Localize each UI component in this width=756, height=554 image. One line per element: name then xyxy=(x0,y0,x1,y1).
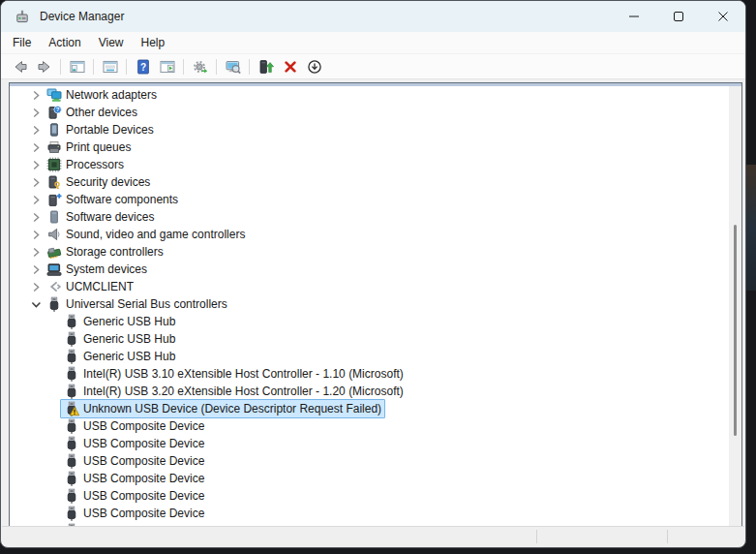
tree-item-storage-controllers[interactable]: Storage controllers xyxy=(10,243,741,261)
tree-item-processors[interactable]: Processors xyxy=(10,156,741,173)
tree-item-generic-usb-hub[interactable]: Generic USB Hub xyxy=(10,313,741,330)
tree-item-usb-composite-device[interactable]: USB Composite Device xyxy=(10,505,741,522)
tree-item-other-devices[interactable]: ?Other devices xyxy=(10,104,741,121)
tree-item-portable-devices[interactable]: Portable Devices xyxy=(10,121,741,138)
maximize-button[interactable] xyxy=(656,1,701,32)
back-button[interactable] xyxy=(9,56,31,77)
chevron-spacer xyxy=(47,333,59,345)
tree-item-label: USB Composite Device xyxy=(83,507,204,520)
tree-item-network-adapters[interactable]: Network adapters xyxy=(10,86,741,104)
tree-item-label: UCMCLIENT xyxy=(66,280,134,293)
tree-item-label: USB Composite Device xyxy=(83,419,204,433)
tree-item-print-queues[interactable]: Print queues xyxy=(10,138,741,156)
chevron-spacer xyxy=(47,316,59,327)
chevron-right-icon[interactable] xyxy=(30,107,42,118)
scan-for-hardware-changes-button[interactable] xyxy=(189,56,211,77)
forward-button[interactable] xyxy=(33,56,55,77)
chevron-right-icon[interactable] xyxy=(30,141,42,153)
tree-item-content: Unknown USB Device (Device Descriptor Re… xyxy=(60,399,385,418)
title-bar[interactable]: Device Manager xyxy=(1,1,745,32)
menu-action[interactable]: Action xyxy=(40,33,89,52)
close-button[interactable] xyxy=(701,1,745,32)
tree-item-software-devices[interactable]: Software devices xyxy=(10,208,741,226)
tree-item-intel-r-usb-3-10-extensible-host-controller-1-10-microsoft[interactable]: Intel(R) USB 3.10 eXtensible Host Contro… xyxy=(10,365,741,383)
chevron-spacer xyxy=(47,385,59,397)
tree-item-usb-composite-device[interactable]: USB Composite Device xyxy=(10,452,741,470)
tree-item-sound-video-and-game-controllers[interactable]: Sound, video and game controllers xyxy=(10,226,741,243)
svg-text:?: ? xyxy=(56,107,60,112)
properties-icon xyxy=(103,59,118,75)
tree-item-label: Software components xyxy=(66,193,178,206)
chevron-spacer xyxy=(47,420,59,432)
chevron-right-icon[interactable] xyxy=(30,263,42,275)
show-console-tree-button[interactable] xyxy=(66,56,88,77)
tree-item-usb-composite-device[interactable]: USB Composite Device xyxy=(10,417,741,435)
menu-bar: FileActionViewHelp xyxy=(1,32,745,54)
toolbar-separator xyxy=(216,59,217,75)
chevron-right-icon[interactable] xyxy=(30,194,42,205)
tree-item-usb-composite-device[interactable]: USB Composite Device xyxy=(10,470,741,487)
tree-item-label: Software devices xyxy=(66,210,154,224)
menu-view[interactable]: View xyxy=(90,33,133,52)
menu-file[interactable]: File xyxy=(4,33,40,52)
tree-item-usb-composite-device[interactable]: USB Composite Device xyxy=(10,487,741,505)
tree-item-content: Storage controllers xyxy=(43,242,167,262)
tree-item-label: Other devices xyxy=(66,106,137,119)
security-devices-icon xyxy=(46,174,62,190)
other-devices-icon: ? xyxy=(46,105,62,120)
uninstall-device-button[interactable] xyxy=(279,56,301,77)
processors-icon xyxy=(46,157,62,172)
help-button[interactable]: ? xyxy=(132,56,154,77)
status-bar xyxy=(2,526,744,546)
chevron-right-icon[interactable] xyxy=(30,229,42,240)
toolbar-separator xyxy=(126,59,127,75)
chevron-right-icon[interactable] xyxy=(30,176,42,188)
tree-item-generic-usb-hub[interactable]: Generic USB Hub xyxy=(10,330,741,348)
update-driver-button[interactable] xyxy=(255,56,277,77)
chevron-right-icon[interactable] xyxy=(30,159,42,170)
chevron-right-icon[interactable] xyxy=(30,89,42,101)
tree-item-intel-r-usb-3-20-extensible-host-controller-1-20-microsoft[interactable]: Intel(R) USB 3.20 eXtensible Host Contro… xyxy=(10,383,741,400)
usb-device-icon xyxy=(46,296,62,312)
tree-item-content: System devices xyxy=(43,260,151,279)
close-icon xyxy=(718,12,728,21)
storage-controllers-icon xyxy=(46,244,62,260)
chevron-spacer xyxy=(47,438,59,449)
ucmclient-icon xyxy=(46,279,62,294)
chevron-right-icon[interactable] xyxy=(30,246,42,258)
tree-item-label: Network adapters xyxy=(66,88,157,102)
search-computer-button[interactable] xyxy=(222,56,244,77)
usb-device-icon xyxy=(64,366,79,382)
chevron-right-icon[interactable] xyxy=(30,211,42,223)
show-action-pane-button[interactable] xyxy=(156,56,178,77)
chevron-spacer xyxy=(47,351,59,362)
chevron-right-icon[interactable] xyxy=(30,281,42,292)
tree-item-label: Storage controllers xyxy=(66,245,164,259)
tree-item-ucmclient[interactable]: UCMCLIENT xyxy=(10,278,741,295)
vertical-scrollbar[interactable] xyxy=(729,86,741,527)
menu-help[interactable]: Help xyxy=(133,33,174,52)
sound-controllers-icon xyxy=(46,227,62,242)
tree-item-usb-composite-device[interactable]: USB Composite Device xyxy=(10,435,741,452)
usb-device-icon xyxy=(64,436,79,451)
tree-item-label: Generic USB Hub xyxy=(83,315,175,328)
tree-item-universal-serial-bus-controllers[interactable]: Universal Serial Bus controllers xyxy=(10,295,741,313)
disable-device-button[interactable] xyxy=(303,56,325,77)
tree-item-system-devices[interactable]: System devices xyxy=(10,261,741,278)
tree-item-content: USB Composite Device xyxy=(60,451,208,471)
chevron-right-icon[interactable] xyxy=(30,124,42,136)
tree-item-software-components[interactable]: Software components xyxy=(10,191,741,208)
tree-item-unknown-usb-device-device-descriptor-request-failed[interactable]: Unknown USB Device (Device Descriptor Re… xyxy=(10,400,741,417)
properties-button[interactable] xyxy=(99,56,121,77)
tree-item-content: Software components xyxy=(43,190,182,209)
tree-item-content: Generic USB Hub xyxy=(60,312,179,331)
tree-item-content: Intel(R) USB 3.20 eXtensible Host Contro… xyxy=(60,382,408,401)
chevron-down-icon[interactable] xyxy=(30,298,42,310)
toolbar-separator xyxy=(60,59,61,75)
vertical-scrollbar-thumb[interactable] xyxy=(734,225,737,436)
tree-item-label: System devices xyxy=(66,262,147,276)
device-tree-pane: Network adapters?Other devicesPortable D… xyxy=(9,82,742,528)
tree-item-generic-usb-hub[interactable]: Generic USB Hub xyxy=(10,348,741,365)
minimize-button[interactable] xyxy=(612,1,656,32)
tree-item-security-devices[interactable]: Security devices xyxy=(10,173,741,191)
